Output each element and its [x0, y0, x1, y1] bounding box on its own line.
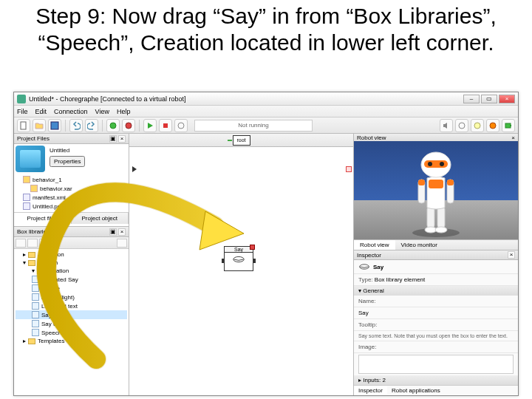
play-button[interactable] [143, 119, 157, 132]
tree-item[interactable]: Creation [47, 267, 69, 274]
window-title: Untitled* - Choregraphe [Connected to a … [29, 95, 186, 103]
panel-close-icon[interactable]: × [118, 135, 126, 143]
svg-point-6 [459, 123, 465, 129]
root-box[interactable]: root [233, 135, 250, 146]
panel-dock-icon[interactable]: ▣ [109, 228, 117, 236]
run-status: Not running [194, 120, 313, 132]
redo-button[interactable] [85, 119, 98, 132]
tab-robot-view[interactable]: Robot view [354, 240, 395, 250]
inspector-panel: Say Type: Box library element ▾ General … [354, 260, 518, 395]
inspector-name-value[interactable]: Say [354, 307, 518, 319]
properties-button[interactable]: Properties [50, 156, 85, 167]
menu-edit[interactable]: Edit [35, 108, 47, 115]
save-button[interactable] [48, 119, 61, 132]
connect-button[interactable] [106, 119, 120, 132]
left-column: Project Files ▣ × Untitled Properties be… [14, 134, 129, 395]
wake-button[interactable] [486, 119, 499, 132]
tree-item[interactable]: Untitled.pml [33, 203, 64, 210]
tree-item[interactable]: behavior_1 [33, 177, 62, 183]
tree-item-say[interactable]: Say [41, 312, 52, 318]
panel-close-icon[interactable]: × [508, 251, 515, 259]
tab-video-monitor[interactable]: Video monitor [395, 240, 443, 250]
project-file-tree[interactable]: behavior_1 behavior.xar manifest.xml Unt… [14, 174, 129, 212]
tree-item[interactable]: Animation [38, 251, 64, 258]
flow-diagram[interactable]: root Say [129, 134, 354, 395]
input-pin[interactable] [222, 259, 225, 263]
end-pin[interactable] [346, 166, 352, 172]
volume-button[interactable] [440, 119, 453, 132]
inspector-inputs-section[interactable]: ▸ Inputs: 2 [354, 375, 518, 385]
tree-item[interactable]: Templates [38, 338, 64, 344]
tree-item[interactable]: Localized text [41, 303, 78, 310]
inspector-name-label: Name: [358, 298, 376, 304]
start-pin[interactable] [132, 166, 138, 172]
minimize-button[interactable]: – [463, 95, 480, 103]
lib-open-icon[interactable] [16, 239, 26, 248]
inspector-image-field[interactable] [358, 355, 514, 374]
say-box[interactable]: Say [224, 246, 253, 271]
titlebar: Untitled* - Choregraphe [Connected to a … [14, 92, 518, 106]
menu-view[interactable]: View [95, 108, 109, 115]
open-button[interactable] [33, 119, 46, 132]
new-button[interactable] [17, 119, 30, 132]
lib-save-icon[interactable] [27, 239, 38, 248]
menu-help[interactable]: Help [117, 108, 131, 115]
tab-robot-applications[interactable]: Robot applications [387, 386, 445, 395]
tree-item[interactable]: Dialog (light) [41, 294, 75, 301]
inspector-box-name: Say [373, 264, 383, 270]
signal-icon[interactable] [250, 245, 255, 250]
svg-rect-17 [429, 180, 443, 188]
stop-button[interactable] [159, 119, 172, 132]
svg-rect-1 [51, 122, 58, 129]
box-library-tree[interactable]: ▸Animation ▾Speech ▾Creation Animated Sa… [14, 249, 129, 395]
folder-icon [28, 338, 35, 344]
robot-view-header: Robot view × [354, 134, 518, 141]
inspector-type-label: Type: [358, 276, 373, 283]
panel-close-icon[interactable]: × [511, 134, 515, 141]
svg-point-26 [360, 265, 369, 269]
svg-rect-0 [21, 122, 26, 129]
tree-item[interactable]: Say text [41, 321, 63, 327]
panel-close-icon[interactable]: × [118, 228, 126, 236]
inspector-general-section[interactable]: ▾ General [354, 286, 518, 296]
lib-new-icon[interactable] [39, 239, 50, 248]
maximize-button[interactable]: ▭ [481, 95, 497, 103]
svg-point-7 [474, 123, 480, 129]
panel-dock-icon[interactable]: ▣ [109, 135, 117, 143]
svg-rect-21 [447, 180, 454, 185]
output-pin[interactable] [253, 259, 256, 263]
debug-button[interactable] [174, 119, 188, 132]
tree-item[interactable]: Speech [38, 259, 58, 266]
box-icon [32, 293, 39, 301]
rest-button[interactable] [471, 119, 484, 132]
menu-file[interactable]: File [17, 108, 28, 115]
tree-item[interactable]: behavior.xar [40, 185, 72, 192]
tab-project-files[interactable]: Project files [14, 213, 72, 224]
project-files-header: Project Files ▣ × [14, 134, 129, 144]
tree-item[interactable]: Animated Say [41, 276, 78, 283]
toolbar: Not running [14, 117, 518, 134]
close-button[interactable]: × [499, 95, 515, 103]
robot-view-panel[interactable] [354, 141, 518, 240]
tab-inspector[interactable]: Inspector [354, 386, 387, 395]
tree-item[interactable]: manifest.xml [33, 194, 66, 201]
tree-item[interactable]: Speech Reco. [41, 330, 78, 336]
undo-button[interactable] [69, 119, 83, 132]
folder-icon [28, 252, 35, 258]
svg-rect-9 [505, 123, 511, 128]
stiffen-button[interactable] [455, 119, 468, 132]
menu-connection[interactable]: Connection [54, 108, 88, 115]
disconnect-button[interactable] [122, 119, 135, 132]
box-icon [32, 311, 39, 318]
box-libraries-panel: ▸Animation ▾Speech ▾Creation Animated Sa… [14, 237, 129, 395]
battery-icon [502, 119, 515, 132]
app-window: Untitled* - Choregraphe [Connected to a … [13, 92, 519, 396]
tab-project-object[interactable]: Project object [72, 213, 129, 224]
svg-point-11 [233, 256, 244, 262]
svg-point-16 [435, 227, 447, 233]
inspector-title: Inspector [357, 252, 381, 259]
box-libraries-header: Box libraries ▣ × [14, 227, 129, 237]
diagram-canvas[interactable]: Say [129, 147, 353, 395]
tree-item[interactable]: Choice [41, 285, 60, 292]
lib-search-icon[interactable] [117, 239, 127, 248]
